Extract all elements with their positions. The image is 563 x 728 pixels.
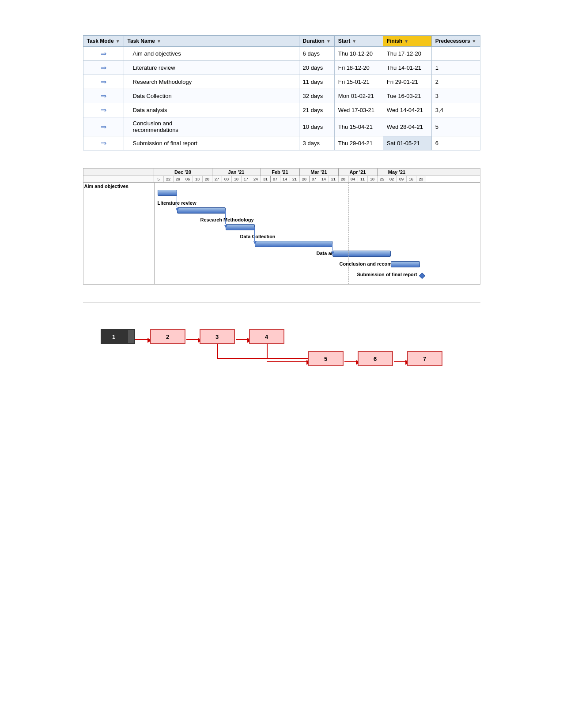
task-start-cell: Fri 18-12-20 <box>334 61 383 75</box>
gantt-bar-5 <box>333 251 391 257</box>
duration-dropdown-icon[interactable]: ▼ <box>326 39 331 44</box>
month-may21: May '21 <box>378 169 416 176</box>
nd-arrow-3-down <box>217 344 218 359</box>
task-finish-cell: Thu 17-12-20 <box>383 47 431 61</box>
task-predecessors-cell: 3 <box>431 89 480 103</box>
network-node-6: 6 <box>358 351 393 366</box>
gantt-month-header: Dec '20 Jan '21 Feb '21 Mar '21 Apr '21 … <box>83 169 480 176</box>
th-task-mode: Task Mode ▼ <box>83 36 124 47</box>
gantt-arrow-23: ▼ <box>223 223 229 229</box>
gantt-table: Task Mode ▼ Task Name ▼ Duration ▼ <box>83 35 480 150</box>
task-predecessors-cell: 3,4 <box>431 103 480 117</box>
table-row: ⇒Research Methodology11 daysFri 15-01-21… <box>83 75 480 89</box>
task-mode-icon: ⇒ <box>83 117 124 136</box>
gantt-bar-1 <box>158 190 177 196</box>
gantt-label-2: Literature review <box>154 200 196 206</box>
nd-arrow-3-5-horiz <box>217 358 309 359</box>
task-mode-icon: ⇒ <box>83 61 124 75</box>
table-row: ⇒Data analysis21 daysWed 17-03-21Wed 14-… <box>83 103 480 117</box>
task-predecessors-cell: 5 <box>431 117 480 136</box>
task-mode-icon: ⇒ <box>83 47 124 61</box>
network-node-5: 5 <box>308 351 344 366</box>
task-duration-cell: 20 days <box>299 61 334 75</box>
task-name-dropdown-icon[interactable]: ▼ <box>157 39 161 44</box>
task-icon: ⇒ <box>101 139 106 147</box>
task-mode-icon: ⇒ <box>83 136 124 150</box>
task-name-cell: Aim and objectives <box>124 47 299 61</box>
th-duration: Duration ▼ <box>299 36 334 47</box>
nd-arrow-4-5-horiz: ▶ <box>267 358 311 365</box>
gantt-arrow-45: ▼ <box>330 250 336 256</box>
table-row: ⇒Literature review20 daysFri 18-12-20Thu… <box>83 61 480 75</box>
network-node-7: 7 <box>407 351 442 366</box>
month-feb21: Feb '21 <box>261 169 300 176</box>
table-row: ⇒Data Collection32 daysMon 01-02-21Tue 1… <box>83 89 480 103</box>
gantt-arrow-12: ▼ <box>175 206 180 213</box>
task-start-cell: Fri 15-01-21 <box>334 75 383 89</box>
gantt-connector-23 <box>225 210 226 224</box>
task-icon: ⇒ <box>101 78 106 86</box>
task-start-cell: Thu 15-04-21 <box>334 117 383 136</box>
start-dropdown-icon[interactable]: ▼ <box>352 39 356 44</box>
task-finish-cell: Wed 28-04-21 <box>383 117 431 136</box>
today-line <box>348 183 349 284</box>
gantt-label-3: Research Methodology <box>200 217 254 222</box>
task-finish-cell: Fri 29-01-21 <box>383 75 431 89</box>
month-jan21: Jan '21 <box>212 169 261 176</box>
gantt-connector-34 <box>254 227 255 241</box>
predecessors-dropdown-icon[interactable]: ▼ <box>472 39 476 44</box>
task-icon: ⇒ <box>101 123 106 131</box>
gantt-bar-6 <box>391 261 420 267</box>
month-apr21: Apr '21 <box>339 169 378 176</box>
gantt-label-7: Submission of final report <box>357 272 417 277</box>
network-node-3: 3 <box>200 329 235 344</box>
task-icon: ⇒ <box>101 106 106 114</box>
table-row: ⇒Aim and objectives6 daysThu 10-12-20Thu… <box>83 47 480 61</box>
task-duration-cell: 11 days <box>299 75 334 89</box>
th-task-name: Task Name ▼ <box>124 36 299 47</box>
task-name-cell: Conclusion andrecommendations <box>124 117 299 136</box>
table-row: ⇒Conclusion andrecommendations10 daysThu… <box>83 117 480 136</box>
network-node-4: 4 <box>249 329 284 344</box>
task-start-cell: Wed 17-03-21 <box>334 103 383 117</box>
network-diagram-section: 1 ▶ 2 ▶ 3 ▶ 4 <box>83 302 480 391</box>
finish-dropdown-icon[interactable]: ▼ <box>404 39 408 44</box>
gantt-milestone-7 <box>419 273 425 279</box>
task-predecessors-cell: 6 <box>431 136 480 150</box>
network-node-1: 1 <box>101 329 127 344</box>
gantt-table-section: Task Mode ▼ Task Name ▼ Duration ▼ <box>83 35 480 150</box>
gantt-label-1: Aim and objectives <box>84 184 128 189</box>
task-start-cell: Thu 29-04-21 <box>334 136 383 150</box>
gantt-arrow-34: ▼ <box>253 240 258 246</box>
gantt-connector-12 <box>177 193 177 207</box>
gantt-bar-2 <box>177 207 226 214</box>
task-finish-cell: Tue 16-03-21 <box>383 89 431 103</box>
task-name-cell: Data Collection <box>124 89 299 103</box>
task-duration-cell: 6 days <box>299 47 334 61</box>
gantt-bar-3 <box>226 224 255 230</box>
gantt-chart-section: Dec '20 Jan '21 Feb '21 Mar '21 Apr '21 … <box>83 168 480 285</box>
task-icon: ⇒ <box>101 92 106 100</box>
table-row: ⇒Submission of final report3 daysThu 29-… <box>83 136 480 150</box>
th-finish: Finish ▼ <box>383 36 431 47</box>
task-mode-dropdown-icon[interactable]: ▼ <box>116 39 120 44</box>
task-predecessors-cell <box>431 47 480 61</box>
gantt-chart-container: Dec '20 Jan '21 Feb '21 Mar '21 Apr '21 … <box>83 168 480 285</box>
gantt-label-4: Data Collection <box>240 234 276 239</box>
task-name-cell: Submission of final report <box>124 136 299 150</box>
network-node-2: 2 <box>150 329 185 344</box>
task-predecessors-cell: 2 <box>431 75 480 89</box>
task-start-cell: Mon 01-02-21 <box>334 89 383 103</box>
th-start: Start ▼ <box>334 36 383 47</box>
task-duration-cell: 21 days <box>299 103 334 117</box>
task-mode-icon: ⇒ <box>83 75 124 89</box>
task-mode-icon: ⇒ <box>83 103 124 117</box>
task-duration-cell: 10 days <box>299 117 334 136</box>
task-duration-cell: 3 days <box>299 136 334 150</box>
task-icon: ⇒ <box>101 64 106 71</box>
month-mar21: Mar '21 <box>300 169 339 176</box>
task-mode-icon: ⇒ <box>83 89 124 103</box>
nd-arrow-4-down <box>267 344 268 359</box>
task-start-cell: Thu 10-12-20 <box>334 47 383 61</box>
gantt-body: Aim and objectives Literature review ▼ R… <box>83 183 480 284</box>
